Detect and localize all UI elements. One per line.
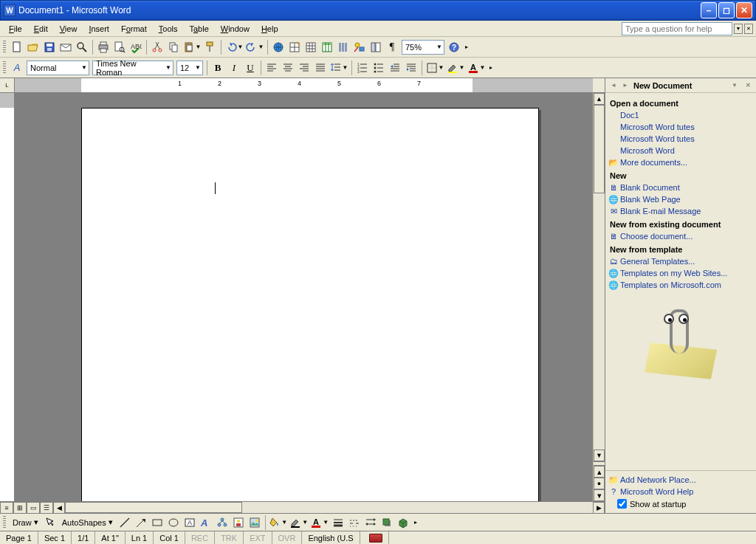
columns-button[interactable]	[335, 39, 351, 55]
menu-insert[interactable]: Insert	[83, 23, 115, 35]
menu-tools[interactable]: Tools	[153, 23, 184, 35]
print-button[interactable]	[95, 39, 111, 55]
ms-templates-link[interactable]: 🌐Templates on Microsoft.com	[610, 279, 752, 291]
bold-button[interactable]: B	[210, 60, 226, 76]
size-combo[interactable]: 12▼	[176, 61, 203, 75]
add-network-place-link[interactable]: 📁Add Network Place...	[610, 474, 752, 486]
redo-button[interactable]: ▼	[244, 39, 265, 55]
draw-menu-button[interactable]: Draw ▾	[9, 515, 42, 530]
scroll-right-button[interactable]: ▶	[593, 502, 605, 514]
prev-page-button[interactable]: ▴	[594, 466, 605, 478]
undo-button[interactable]: ▼	[224, 39, 244, 55]
blank-web-page-link[interactable]: 🌐Blank Web Page	[610, 193, 752, 205]
help-search-input[interactable]	[622, 22, 732, 35]
help-dropdown-icon[interactable]: ▼	[734, 24, 743, 34]
scroll-thumb[interactable]	[594, 105, 605, 193]
scroll-left-button[interactable]: ◀	[53, 502, 65, 514]
save-button[interactable]	[41, 39, 58, 55]
task-pane-back-icon[interactable]: ◄	[608, 80, 619, 91]
web-view-button[interactable]: ⊞	[13, 502, 27, 514]
paste-button[interactable]: ▼	[182, 39, 202, 55]
normal-view-button[interactable]: ≡	[0, 502, 13, 514]
toolbar-options-button[interactable]: ▸	[411, 514, 420, 531]
toolbar-grip[interactable]	[3, 61, 6, 75]
italic-button[interactable]: I	[226, 60, 242, 76]
menu-table[interactable]: Table	[183, 23, 214, 35]
3d-button[interactable]	[395, 514, 411, 531]
drawing-toggle-button[interactable]	[351, 39, 368, 55]
help-button[interactable]: ?	[446, 39, 462, 55]
align-center-button[interactable]	[280, 60, 296, 76]
maximize-button[interactable]: ◻	[718, 2, 735, 18]
align-right-button[interactable]	[296, 60, 312, 76]
page[interactable]	[81, 108, 539, 501]
font-color-draw-button[interactable]: A▼	[309, 514, 330, 531]
office-assistant[interactable]	[610, 291, 752, 394]
more-documents-link[interactable]: 📂More documents...	[610, 156, 752, 168]
status-trk[interactable]: TRK	[215, 531, 244, 544]
hyperlink-button[interactable]	[270, 39, 286, 55]
insert-picture-button[interactable]	[247, 514, 263, 531]
blank-document-link[interactable]: 🗎Blank Document	[610, 182, 752, 193]
open-doc-link[interactable]: Microsoft Word tutes	[610, 133, 752, 145]
browse-object-button[interactable]: ●	[594, 478, 605, 489]
font-combo[interactable]: Times New Roman▼	[92, 61, 173, 75]
arrow-style-button[interactable]	[362, 514, 379, 531]
task-pane-menu-icon[interactable]: ▼	[729, 80, 740, 91]
excel-button[interactable]	[319, 39, 335, 55]
align-left-button[interactable]	[264, 60, 280, 76]
vertical-scrollbar[interactable]: ▲ ▼ ▴ ● ▾	[593, 93, 605, 501]
blank-email-link[interactable]: ✉Blank E-mail Message	[610, 205, 752, 217]
copy-button[interactable]	[165, 39, 182, 55]
status-ext[interactable]: EXT	[244, 531, 272, 544]
tables-borders-button[interactable]	[286, 39, 303, 55]
web-templates-link[interactable]: 🌐Templates on my Web Sites...	[610, 267, 752, 279]
line-style-button[interactable]	[330, 514, 346, 531]
mail-button[interactable]	[58, 39, 74, 55]
minimize-button[interactable]: –	[701, 2, 717, 18]
doc-close-button[interactable]: ✕	[744, 24, 753, 34]
print-preview-button[interactable]	[111, 39, 128, 55]
print-view-button[interactable]: ▭	[27, 502, 40, 514]
decrease-indent-button[interactable]	[387, 60, 403, 76]
word-help-link[interactable]: ?Microsoft Word Help	[610, 486, 752, 497]
task-pane-fwd-icon[interactable]: ►	[620, 80, 630, 91]
line-color-button[interactable]: ▼	[289, 514, 309, 531]
task-pane-close-icon[interactable]: ✕	[743, 80, 753, 91]
menu-format[interactable]: Format	[115, 23, 153, 35]
wordart-button[interactable]: A	[198, 514, 214, 531]
font-color-button[interactable]: A▼	[466, 60, 487, 76]
justify-button[interactable]	[312, 60, 329, 76]
choose-document-link[interactable]: 🗎Choose document...	[610, 230, 752, 242]
insert-table-button[interactable]	[303, 39, 319, 55]
document-area[interactable]	[15, 93, 593, 501]
textbox-button[interactable]: A	[182, 514, 198, 531]
clipart-button[interactable]	[230, 514, 247, 531]
toolbar-grip[interactable]	[3, 516, 6, 529]
tab-selector[interactable]: L	[0, 78, 15, 93]
zoom-combo[interactable]: 75%▼	[402, 40, 444, 55]
menu-view[interactable]: View	[54, 23, 83, 35]
select-objects-button[interactable]	[42, 514, 58, 531]
toolbar-options-button[interactable]: ▸	[487, 60, 495, 76]
borders-button[interactable]: ▼	[425, 60, 445, 76]
scroll-up-button[interactable]: ▲	[594, 93, 605, 105]
outline-view-button[interactable]: ☰	[40, 502, 53, 514]
status-lang[interactable]: English (U.S	[302, 531, 360, 544]
line-spacing-button[interactable]: ▼	[329, 60, 349, 76]
diagram-button[interactable]	[214, 514, 230, 531]
hscroll-thumb[interactable]	[65, 502, 242, 513]
styles-pane-button[interactable]: A	[9, 60, 25, 76]
show-at-startup-input[interactable]	[617, 499, 627, 509]
show-hide-button[interactable]: ¶	[384, 39, 400, 55]
oval-button[interactable]	[165, 514, 182, 531]
rectangle-button[interactable]	[149, 514, 165, 531]
toolbar-grip[interactable]	[3, 41, 6, 54]
vertical-ruler[interactable]	[0, 93, 15, 501]
cut-button[interactable]	[149, 39, 165, 55]
menu-help[interactable]: Help	[255, 23, 284, 35]
underline-button[interactable]: U	[242, 60, 258, 76]
menu-window[interactable]: Window	[215, 23, 255, 35]
show-at-startup-checkbox[interactable]: Show at startup	[610, 497, 752, 510]
line-button[interactable]	[117, 514, 133, 531]
